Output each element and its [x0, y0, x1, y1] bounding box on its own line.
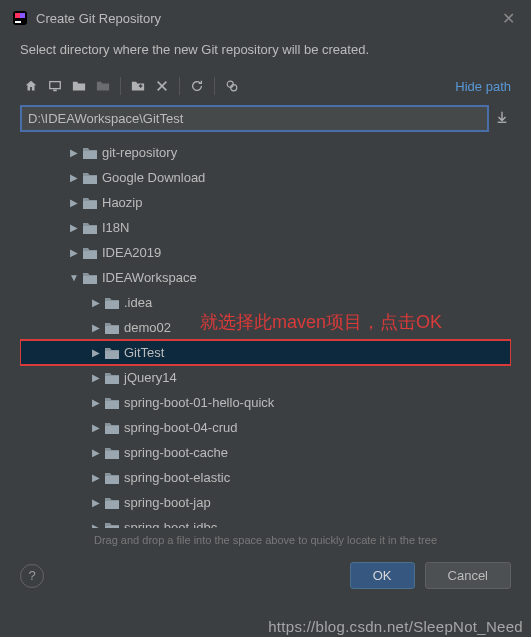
chevron-right-icon[interactable]: ▶ [90, 297, 102, 308]
tree-row[interactable]: ▶spring-boot-01-hello-quick [20, 390, 511, 415]
chevron-right-icon[interactable]: ▶ [90, 497, 102, 508]
help-button[interactable]: ? [20, 564, 44, 588]
folder-icon [82, 221, 98, 235]
folder-icon [104, 371, 120, 385]
directory-tree[interactable]: ▶git-repository▶Google Download▶Haozip▶I… [20, 140, 511, 528]
folder-icon [82, 146, 98, 160]
desktop-icon[interactable] [44, 75, 66, 97]
tree-row[interactable]: ▶spring-boot-jdbc [20, 515, 511, 528]
tree-node-label: spring-boot-jap [124, 495, 211, 510]
ok-button[interactable]: OK [350, 562, 415, 589]
tree-node-label: IDEAWorkspace [102, 270, 197, 285]
module-icon[interactable] [92, 75, 114, 97]
chevron-right-icon[interactable]: ▶ [90, 372, 102, 383]
folder-icon [104, 446, 120, 460]
folder-icon [104, 421, 120, 435]
tree-row[interactable]: ▶IDEA2019 [20, 240, 511, 265]
svg-rect-4 [50, 82, 61, 89]
svg-point-6 [227, 81, 233, 87]
watermark: https://blog.csdn.net/SleepNot_Need [268, 618, 523, 635]
tree-node-label: spring-boot-04-crud [124, 420, 237, 435]
chevron-right-icon[interactable]: ▶ [90, 347, 102, 358]
hint-text: Drag and drop a file into the space abov… [0, 528, 531, 552]
folder-icon [82, 246, 98, 260]
chevron-right-icon[interactable]: ▶ [68, 197, 80, 208]
chevron-right-icon[interactable]: ▶ [90, 522, 102, 528]
tree-node-label: spring-boot-elastic [124, 470, 230, 485]
refresh-icon[interactable] [186, 75, 208, 97]
svg-rect-1 [15, 13, 20, 18]
chevron-right-icon[interactable]: ▶ [68, 247, 80, 258]
chevron-right-icon[interactable]: ▶ [90, 422, 102, 433]
tree-node-label: I18N [102, 220, 129, 235]
tree-node-label: spring-boot-cache [124, 445, 228, 460]
tree-row[interactable]: ▶demo02 [20, 315, 511, 340]
tree-row[interactable]: ▶spring-boot-cache [20, 440, 511, 465]
project-icon[interactable] [68, 75, 90, 97]
chevron-right-icon[interactable]: ▶ [68, 147, 80, 158]
folder-icon [104, 321, 120, 335]
tree-row[interactable]: ▶GitTest [20, 340, 511, 365]
svg-rect-2 [20, 13, 25, 18]
separator [214, 77, 215, 95]
tree-node-label: Google Download [102, 170, 205, 185]
tree-row[interactable]: ▶jQuery14 [20, 365, 511, 390]
separator [179, 77, 180, 95]
folder-icon [82, 171, 98, 185]
tree-node-label: GitTest [124, 345, 164, 360]
tree-node-label: Haozip [102, 195, 142, 210]
chevron-right-icon[interactable]: ▶ [90, 447, 102, 458]
chevron-right-icon[interactable]: ▶ [90, 472, 102, 483]
tree-node-label: spring-boot-01-hello-quick [124, 395, 274, 410]
tree-row[interactable]: ▶Haozip [20, 190, 511, 215]
chevron-right-icon[interactable]: ▶ [90, 397, 102, 408]
close-icon[interactable]: ✕ [498, 9, 519, 28]
app-icon [12, 10, 28, 26]
chevron-right-icon[interactable]: ▶ [68, 222, 80, 233]
folder-icon [82, 271, 98, 285]
path-input[interactable] [20, 105, 489, 132]
new-folder-icon[interactable] [127, 75, 149, 97]
chevron-right-icon[interactable]: ▶ [68, 172, 80, 183]
chevron-down-icon[interactable]: ▼ [68, 272, 80, 283]
tree-node-label: spring-boot-jdbc [124, 520, 217, 528]
tree-node-label: jQuery14 [124, 370, 177, 385]
button-row: ? OK Cancel [0, 552, 531, 599]
tree-row[interactable]: ▶.idea [20, 290, 511, 315]
svg-rect-3 [15, 21, 21, 23]
tree-row[interactable]: ▶spring-boot-04-crud [20, 415, 511, 440]
separator [120, 77, 121, 95]
folder-icon [104, 396, 120, 410]
cancel-button[interactable]: Cancel [425, 562, 511, 589]
tree-row[interactable]: ▶I18N [20, 215, 511, 240]
folder-icon [104, 496, 120, 510]
dialog-title: Create Git Repository [36, 11, 498, 26]
tree-node-label: .idea [124, 295, 152, 310]
path-row [0, 101, 531, 136]
svg-point-7 [231, 85, 237, 91]
history-icon[interactable] [495, 110, 511, 127]
delete-icon[interactable] [151, 75, 173, 97]
tree-row[interactable]: ▶Google Download [20, 165, 511, 190]
tree-row[interactable]: ▶spring-boot-elastic [20, 465, 511, 490]
tree-node-label: git-repository [102, 145, 177, 160]
folder-icon [104, 346, 120, 360]
folder-icon [104, 296, 120, 310]
instruction-text: Select directory where the new Git repos… [0, 36, 531, 71]
tree-node-label: demo02 [124, 320, 171, 335]
toolbar: Hide path [0, 71, 531, 101]
tree-node-label: IDEA2019 [102, 245, 161, 260]
tree-row[interactable]: ▶git-repository [20, 140, 511, 165]
tree-row[interactable]: ▼IDEAWorkspace [20, 265, 511, 290]
show-hidden-icon[interactable] [221, 75, 243, 97]
folder-icon [82, 196, 98, 210]
tree-row[interactable]: ▶spring-boot-jap [20, 490, 511, 515]
titlebar: Create Git Repository ✕ [0, 0, 531, 36]
svg-rect-5 [53, 90, 57, 92]
hide-path-link[interactable]: Hide path [455, 79, 511, 94]
home-icon[interactable] [20, 75, 42, 97]
chevron-right-icon[interactable]: ▶ [90, 322, 102, 333]
folder-icon [104, 521, 120, 529]
folder-icon [104, 471, 120, 485]
